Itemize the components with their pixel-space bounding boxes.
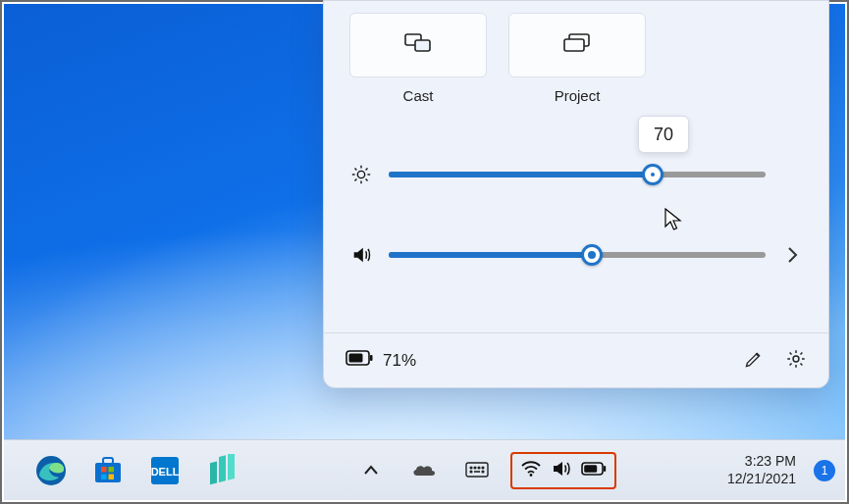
svg-rect-31 xyxy=(466,463,488,477)
quick-setting-tiles: Cast Project xyxy=(349,13,803,104)
svg-point-39 xyxy=(530,474,533,477)
svg-rect-1 xyxy=(415,40,430,51)
project-icon xyxy=(563,33,591,57)
svg-point-4 xyxy=(357,171,364,177)
brightness-slider-row xyxy=(349,161,803,188)
battery-tray-icon xyxy=(581,462,607,479)
taskbar-clock[interactable]: 3:23 PM 12/21/2021 xyxy=(727,453,796,487)
svg-rect-20 xyxy=(95,463,121,482)
svg-line-10 xyxy=(366,179,368,181)
project-tile-label: Project xyxy=(555,87,601,104)
svg-rect-14 xyxy=(370,355,373,361)
volume-slider[interactable] xyxy=(389,252,766,258)
svg-rect-25 xyxy=(109,474,115,479)
cast-tile[interactable] xyxy=(349,13,487,77)
svg-line-9 xyxy=(354,168,356,170)
ms-store-app-icon[interactable] xyxy=(88,451,128,490)
svg-line-12 xyxy=(366,168,368,170)
svg-point-33 xyxy=(475,467,477,469)
dell-app-icon[interactable]: DELL xyxy=(145,451,185,490)
volume-output-arrow[interactable] xyxy=(781,246,803,264)
taskbar: DELL xyxy=(4,439,845,500)
svg-rect-24 xyxy=(101,474,107,479)
notification-badge[interactable]: 1 xyxy=(814,460,835,481)
edge-app-icon[interactable] xyxy=(31,451,71,490)
svg-rect-38 xyxy=(474,471,480,473)
svg-rect-41 xyxy=(604,466,606,472)
settings-button[interactable] xyxy=(785,348,807,374)
svg-point-32 xyxy=(471,467,473,469)
cast-tile-label: Cast xyxy=(403,87,434,104)
brightness-icon xyxy=(349,164,373,185)
svg-point-35 xyxy=(483,467,485,469)
onedrive-tray-icon[interactable] xyxy=(404,451,444,490)
quick-settings-footer: 71% xyxy=(324,332,828,387)
svg-point-36 xyxy=(471,471,473,473)
edit-quick-settings-button[interactable] xyxy=(744,349,764,373)
input-indicator-tray-icon[interactable] xyxy=(457,451,497,490)
svg-rect-29 xyxy=(219,455,226,482)
svg-point-34 xyxy=(479,467,481,469)
taskbar-time: 3:23 PM xyxy=(727,453,796,471)
svg-point-37 xyxy=(483,471,485,473)
brightness-slider[interactable] xyxy=(389,172,766,177)
svg-text:DELL: DELL xyxy=(151,466,180,478)
svg-point-16 xyxy=(793,356,799,362)
svg-rect-15 xyxy=(349,354,363,363)
svg-rect-42 xyxy=(585,465,598,473)
svg-rect-28 xyxy=(210,461,217,484)
battery-status[interactable]: 71% xyxy=(345,350,416,371)
system-tray-quick-settings[interactable] xyxy=(510,452,616,489)
svg-rect-22 xyxy=(101,467,107,473)
tray-overflow-chevron[interactable] xyxy=(351,451,391,490)
volume-tray-icon xyxy=(552,460,571,481)
project-tile[interactable] xyxy=(508,13,646,77)
cast-icon xyxy=(404,33,432,57)
wifi-tray-icon xyxy=(520,460,542,481)
brightness-tooltip: 70 xyxy=(638,116,689,153)
svg-rect-3 xyxy=(564,39,584,51)
svg-rect-23 xyxy=(109,467,115,473)
svg-rect-21 xyxy=(103,458,113,464)
volume-icon xyxy=(349,244,373,266)
svg-rect-30 xyxy=(228,454,235,480)
files-app-icon[interactable] xyxy=(202,451,241,490)
taskbar-date: 12/21/2021 xyxy=(727,471,796,488)
battery-percent-text: 71% xyxy=(383,351,416,371)
volume-slider-row xyxy=(349,241,803,269)
battery-icon xyxy=(345,350,373,371)
quick-settings-panel: Cast Project 70 xyxy=(323,0,829,388)
svg-line-11 xyxy=(354,179,356,181)
